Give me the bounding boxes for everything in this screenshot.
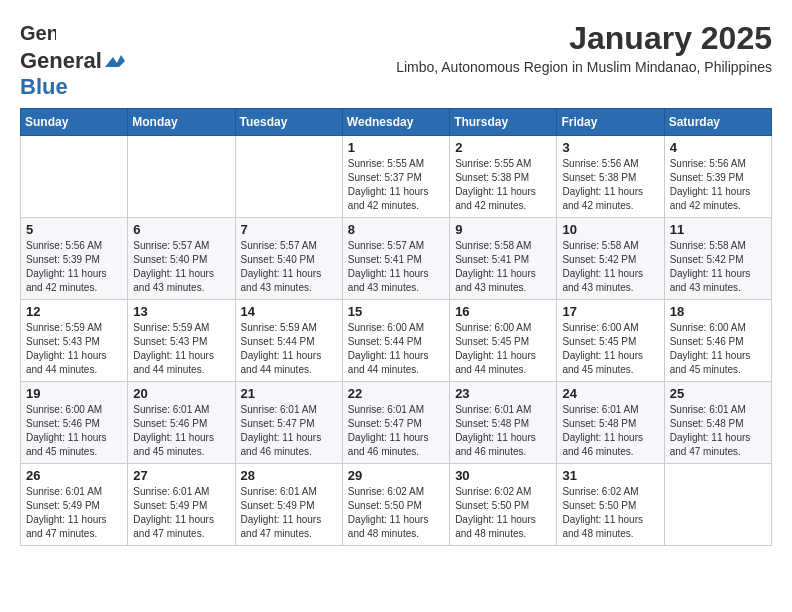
- calendar-cell: 22Sunrise: 6:01 AM Sunset: 5:47 PM Dayli…: [342, 382, 449, 464]
- calendar-week-row: 5Sunrise: 5:56 AM Sunset: 5:39 PM Daylig…: [21, 218, 772, 300]
- day-number: 19: [26, 386, 122, 401]
- col-header-monday: Monday: [128, 109, 235, 136]
- day-number: 15: [348, 304, 444, 319]
- day-number: 29: [348, 468, 444, 483]
- day-number: 11: [670, 222, 766, 237]
- logo-blue: Blue: [20, 74, 68, 99]
- col-header-thursday: Thursday: [450, 109, 557, 136]
- day-info: Sunrise: 6:00 AM Sunset: 5:45 PM Dayligh…: [562, 321, 658, 377]
- calendar-cell: 10Sunrise: 5:58 AM Sunset: 5:42 PM Dayli…: [557, 218, 664, 300]
- day-info: Sunrise: 6:00 AM Sunset: 5:46 PM Dayligh…: [26, 403, 122, 459]
- day-info: Sunrise: 5:57 AM Sunset: 5:40 PM Dayligh…: [241, 239, 337, 295]
- day-number: 14: [241, 304, 337, 319]
- day-number: 17: [562, 304, 658, 319]
- calendar-cell: 8Sunrise: 5:57 AM Sunset: 5:41 PM Daylig…: [342, 218, 449, 300]
- day-info: Sunrise: 5:59 AM Sunset: 5:43 PM Dayligh…: [26, 321, 122, 377]
- calendar-cell: 20Sunrise: 6:01 AM Sunset: 5:46 PM Dayli…: [128, 382, 235, 464]
- day-info: Sunrise: 5:58 AM Sunset: 5:42 PM Dayligh…: [670, 239, 766, 295]
- logo-icon: General: [20, 20, 56, 48]
- calendar-cell: 21Sunrise: 6:01 AM Sunset: 5:47 PM Dayli…: [235, 382, 342, 464]
- day-number: 13: [133, 304, 229, 319]
- calendar-cell: 4Sunrise: 5:56 AM Sunset: 5:39 PM Daylig…: [664, 136, 771, 218]
- day-number: 20: [133, 386, 229, 401]
- day-info: Sunrise: 5:59 AM Sunset: 5:43 PM Dayligh…: [133, 321, 229, 377]
- col-header-wednesday: Wednesday: [342, 109, 449, 136]
- calendar-cell: 28Sunrise: 6:01 AM Sunset: 5:49 PM Dayli…: [235, 464, 342, 546]
- calendar-week-row: 26Sunrise: 6:01 AM Sunset: 5:49 PM Dayli…: [21, 464, 772, 546]
- day-info: Sunrise: 5:59 AM Sunset: 5:44 PM Dayligh…: [241, 321, 337, 377]
- calendar-cell: 26Sunrise: 6:01 AM Sunset: 5:49 PM Dayli…: [21, 464, 128, 546]
- page-header: General General Blue January 2025 Limbo,…: [20, 20, 772, 100]
- calendar-cell: 25Sunrise: 6:01 AM Sunset: 5:48 PM Dayli…: [664, 382, 771, 464]
- calendar-cell: 1Sunrise: 5:55 AM Sunset: 5:37 PM Daylig…: [342, 136, 449, 218]
- col-header-saturday: Saturday: [664, 109, 771, 136]
- day-number: 26: [26, 468, 122, 483]
- calendar-cell: 7Sunrise: 5:57 AM Sunset: 5:40 PM Daylig…: [235, 218, 342, 300]
- calendar-cell: 15Sunrise: 6:00 AM Sunset: 5:44 PM Dayli…: [342, 300, 449, 382]
- col-header-friday: Friday: [557, 109, 664, 136]
- calendar-cell: 6Sunrise: 5:57 AM Sunset: 5:40 PM Daylig…: [128, 218, 235, 300]
- day-info: Sunrise: 6:02 AM Sunset: 5:50 PM Dayligh…: [348, 485, 444, 541]
- day-info: Sunrise: 6:01 AM Sunset: 5:47 PM Dayligh…: [348, 403, 444, 459]
- day-number: 21: [241, 386, 337, 401]
- day-number: 30: [455, 468, 551, 483]
- location-subtitle: Limbo, Autonomous Region in Muslim Minda…: [396, 59, 772, 75]
- day-number: 6: [133, 222, 229, 237]
- day-info: Sunrise: 5:56 AM Sunset: 5:38 PM Dayligh…: [562, 157, 658, 213]
- day-info: Sunrise: 6:01 AM Sunset: 5:48 PM Dayligh…: [455, 403, 551, 459]
- col-header-tuesday: Tuesday: [235, 109, 342, 136]
- day-info: Sunrise: 6:01 AM Sunset: 5:49 PM Dayligh…: [26, 485, 122, 541]
- calendar-cell: 29Sunrise: 6:02 AM Sunset: 5:50 PM Dayli…: [342, 464, 449, 546]
- day-info: Sunrise: 5:56 AM Sunset: 5:39 PM Dayligh…: [26, 239, 122, 295]
- day-number: 22: [348, 386, 444, 401]
- calendar-cell: [21, 136, 128, 218]
- day-number: 8: [348, 222, 444, 237]
- calendar-cell: 23Sunrise: 6:01 AM Sunset: 5:48 PM Dayli…: [450, 382, 557, 464]
- calendar-cell: 3Sunrise: 5:56 AM Sunset: 5:38 PM Daylig…: [557, 136, 664, 218]
- col-header-sunday: Sunday: [21, 109, 128, 136]
- title-block: January 2025 Limbo, Autonomous Region in…: [396, 20, 772, 75]
- calendar-table: SundayMondayTuesdayWednesdayThursdayFrid…: [20, 108, 772, 546]
- svg-marker-1: [105, 55, 125, 67]
- day-info: Sunrise: 5:55 AM Sunset: 5:38 PM Dayligh…: [455, 157, 551, 213]
- day-info: Sunrise: 6:01 AM Sunset: 5:47 PM Dayligh…: [241, 403, 337, 459]
- day-info: Sunrise: 6:00 AM Sunset: 5:46 PM Dayligh…: [670, 321, 766, 377]
- day-info: Sunrise: 5:57 AM Sunset: 5:40 PM Dayligh…: [133, 239, 229, 295]
- calendar-cell: 9Sunrise: 5:58 AM Sunset: 5:41 PM Daylig…: [450, 218, 557, 300]
- day-info: Sunrise: 6:01 AM Sunset: 5:46 PM Dayligh…: [133, 403, 229, 459]
- calendar-header-row: SundayMondayTuesdayWednesdayThursdayFrid…: [21, 109, 772, 136]
- logo-bird-icon: [103, 53, 125, 69]
- calendar-cell: [664, 464, 771, 546]
- calendar-cell: 24Sunrise: 6:01 AM Sunset: 5:48 PM Dayli…: [557, 382, 664, 464]
- calendar-cell: 18Sunrise: 6:00 AM Sunset: 5:46 PM Dayli…: [664, 300, 771, 382]
- day-info: Sunrise: 6:02 AM Sunset: 5:50 PM Dayligh…: [455, 485, 551, 541]
- calendar-cell: 11Sunrise: 5:58 AM Sunset: 5:42 PM Dayli…: [664, 218, 771, 300]
- day-info: Sunrise: 5:57 AM Sunset: 5:41 PM Dayligh…: [348, 239, 444, 295]
- day-number: 18: [670, 304, 766, 319]
- day-number: 24: [562, 386, 658, 401]
- calendar-cell: 27Sunrise: 6:01 AM Sunset: 5:49 PM Dayli…: [128, 464, 235, 546]
- calendar-week-row: 12Sunrise: 5:59 AM Sunset: 5:43 PM Dayli…: [21, 300, 772, 382]
- calendar-cell: 16Sunrise: 6:00 AM Sunset: 5:45 PM Dayli…: [450, 300, 557, 382]
- day-info: Sunrise: 6:00 AM Sunset: 5:44 PM Dayligh…: [348, 321, 444, 377]
- day-number: 25: [670, 386, 766, 401]
- day-info: Sunrise: 6:00 AM Sunset: 5:45 PM Dayligh…: [455, 321, 551, 377]
- calendar-cell: [235, 136, 342, 218]
- logo: General General Blue: [20, 20, 126, 100]
- day-info: Sunrise: 6:01 AM Sunset: 5:48 PM Dayligh…: [670, 403, 766, 459]
- day-number: 23: [455, 386, 551, 401]
- day-number: 3: [562, 140, 658, 155]
- calendar-cell: 12Sunrise: 5:59 AM Sunset: 5:43 PM Dayli…: [21, 300, 128, 382]
- day-number: 27: [133, 468, 229, 483]
- calendar-week-row: 1Sunrise: 5:55 AM Sunset: 5:37 PM Daylig…: [21, 136, 772, 218]
- day-number: 5: [26, 222, 122, 237]
- svg-text:General: General: [20, 22, 56, 44]
- calendar-cell: [128, 136, 235, 218]
- day-number: 12: [26, 304, 122, 319]
- day-info: Sunrise: 5:58 AM Sunset: 5:42 PM Dayligh…: [562, 239, 658, 295]
- day-number: 31: [562, 468, 658, 483]
- day-number: 9: [455, 222, 551, 237]
- calendar-cell: 19Sunrise: 6:00 AM Sunset: 5:46 PM Dayli…: [21, 382, 128, 464]
- calendar-cell: 5Sunrise: 5:56 AM Sunset: 5:39 PM Daylig…: [21, 218, 128, 300]
- day-info: Sunrise: 5:58 AM Sunset: 5:41 PM Dayligh…: [455, 239, 551, 295]
